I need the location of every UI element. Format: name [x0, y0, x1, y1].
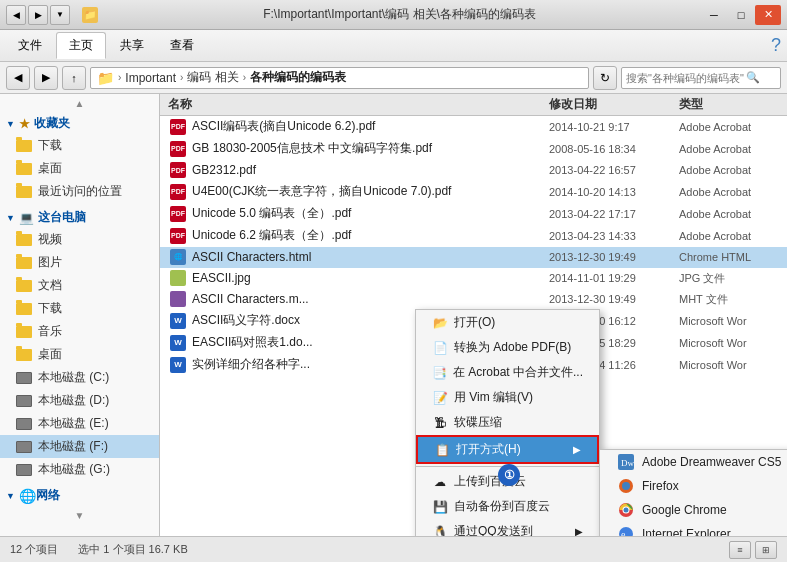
- table-row[interactable]: PDF Unicode 6.2 编码表（全）.pdf 2013-04-23 14…: [160, 225, 787, 247]
- tab-share[interactable]: 共享: [108, 33, 156, 58]
- tab-file[interactable]: 文件: [6, 33, 54, 58]
- ctx-compress[interactable]: 🗜 软碟压缩: [416, 410, 599, 435]
- chrome-icon: [616, 502, 636, 518]
- table-row[interactable]: EASCII.jpg 2014-11-01 19:29 JPG 文件: [160, 268, 787, 289]
- title-bar-left: ◀ ▶ ▼ 📁: [6, 5, 98, 25]
- pdf-icon-2: PDF: [168, 162, 188, 178]
- search-input[interactable]: [626, 72, 746, 84]
- tab-view[interactable]: 查看: [158, 33, 206, 58]
- sub-ctx-dw[interactable]: Dw Adobe Dreamweaver CS5: [600, 450, 787, 474]
- up-button[interactable]: ↑: [62, 66, 86, 90]
- sidebar-item-drive-c[interactable]: 本地磁盘 (C:): [0, 366, 159, 389]
- sidebar-downloads-label: 下载: [38, 137, 62, 154]
- ctx-to-pdf[interactable]: 📄 转换为 Adobe PDF(B): [416, 335, 599, 360]
- breadcrumb-sep-0: ›: [118, 72, 121, 83]
- table-row[interactable]: PDF GB 18030-2005信息技术 中文编码字符集.pdf 2008-0…: [160, 138, 787, 160]
- file-type-5: Adobe Acrobat: [679, 230, 779, 242]
- minimize-button[interactable]: ─: [701, 5, 727, 25]
- sidebar-item-video[interactable]: 视频: [0, 228, 159, 251]
- thispc-arrow: ▼: [6, 213, 15, 223]
- file-name-1: GB 18030-2005信息技术 中文编码字符集.pdf: [192, 140, 549, 157]
- window-title: F:\Important\Important\编码 相关\各种编码的编码表: [98, 6, 701, 23]
- view-details-btn[interactable]: ≡: [729, 541, 751, 559]
- sub-ctx-ie[interactable]: e Internet Explorer: [600, 522, 787, 536]
- upload-icon: ☁: [432, 474, 448, 490]
- table-row[interactable]: PDF Unicode 5.0 编码表（全）.pdf 2013-04-22 17…: [160, 203, 787, 225]
- col-date-header[interactable]: 修改日期: [549, 96, 679, 113]
- sidebar-item-desktop2[interactable]: 桌面: [0, 343, 159, 366]
- col-type-header[interactable]: 类型: [679, 96, 779, 113]
- forward-button[interactable]: ▶: [34, 66, 58, 90]
- sidebar-item-documents[interactable]: 文档: [0, 274, 159, 297]
- drive-e-icon: [16, 417, 34, 431]
- search-box[interactable]: 🔍: [621, 67, 781, 89]
- favorites-label: 收藏夹: [34, 115, 70, 132]
- file-date-8: 2013-12-30 19:49: [549, 293, 679, 305]
- view-tiles-btn[interactable]: ⊞: [755, 541, 777, 559]
- file-type-0: Adobe Acrobat: [679, 121, 779, 133]
- breadcrumb-coding[interactable]: 编码 相关: [187, 69, 238, 86]
- file-type-10: Microsoft Wor: [679, 337, 779, 349]
- breadcrumb-current[interactable]: 各种编码的编码表: [250, 69, 346, 86]
- sidebar-item-drive-e[interactable]: 本地磁盘 (E:): [0, 412, 159, 435]
- network-header[interactable]: ▼ 🌐 网络: [0, 485, 159, 506]
- sub-ctx-chrome[interactable]: Google Chrome: [600, 498, 787, 522]
- video-icon: [16, 233, 34, 247]
- breadcrumb-important[interactable]: Important: [125, 71, 176, 85]
- sub-ctx-firefox[interactable]: Firefox: [600, 474, 787, 498]
- status-bar: 12 个项目 选中 1 个项目 16.7 KB ≡ ⊞: [0, 536, 787, 562]
- back-button[interactable]: ◀: [6, 66, 30, 90]
- file-name-7: EASCII.jpg: [192, 271, 549, 285]
- file-date-6: 2013-12-30 19:49: [549, 251, 679, 263]
- ctx-open[interactable]: 📂 打开(O): [416, 310, 599, 335]
- table-row[interactable]: PDF U4E00(CJK统一表意字符，摘自Unicode 7.0).pdf 2…: [160, 181, 787, 203]
- sidebar-item-desktop[interactable]: 桌面: [0, 157, 159, 180]
- network-icon: 🌐: [19, 488, 36, 504]
- favorites-arrow: ▼: [6, 119, 15, 129]
- table-row[interactable]: PDF GB2312.pdf 2013-04-22 16:57 Adobe Ac…: [160, 160, 787, 181]
- word-icon-11: W: [168, 357, 188, 373]
- col-name-header[interactable]: 名称: [168, 96, 549, 113]
- ctx-qq-send[interactable]: 🐧 通过QQ发送到 ▶: [416, 519, 599, 536]
- tb-back[interactable]: ◀: [6, 5, 26, 25]
- sidebar-item-drive-g[interactable]: 本地磁盘 (G:): [0, 458, 159, 481]
- table-row[interactable]: ASCII Characters.m... 2013-12-30 19:49 M…: [160, 289, 787, 310]
- refresh-button[interactable]: ↻: [593, 66, 617, 90]
- ctx-backup-baidu[interactable]: 💾 自动备份到百度云: [416, 494, 599, 519]
- tb-dropdown[interactable]: ▼: [50, 5, 70, 25]
- ctx-open-with[interactable]: 📋 打开方式(H) ▶: [416, 435, 599, 464]
- qq-icon: 🐧: [432, 524, 448, 537]
- pdf-icon-5: PDF: [168, 228, 188, 244]
- ctx-vim[interactable]: 📝 用 Vim 编辑(V): [416, 385, 599, 410]
- sidebar-item-dl[interactable]: 下载: [0, 297, 159, 320]
- thispc-header[interactable]: ▼ 💻 这台电脑: [0, 207, 159, 228]
- sidebar-item-downloads[interactable]: 下载: [0, 134, 159, 157]
- sidebar-desktop-label: 桌面: [38, 160, 62, 177]
- sidebar-recent-label: 最近访问的位置: [38, 183, 122, 200]
- file-name-6: ASCII Characters.html: [192, 250, 549, 264]
- help-button[interactable]: ?: [771, 35, 781, 56]
- sidebar-documents-label: 文档: [38, 277, 62, 294]
- ctx-acrobat-merge[interactable]: 📑 在 Acrobat 中合并文件...: [416, 360, 599, 385]
- favorites-header[interactable]: ▼ ★ 收藏夹: [0, 113, 159, 134]
- table-row[interactable]: PDF ASCII编码表(摘自Unicode 6.2).pdf 2014-10-…: [160, 116, 787, 138]
- table-row-selected[interactable]: 🌐 ASCII Characters.html 2013-12-30 19:49…: [160, 247, 787, 268]
- openwith-icon: 📋: [434, 442, 450, 458]
- sidebar-drive-f-label: 本地磁盘 (F:): [38, 438, 108, 455]
- sidebar-item-recent[interactable]: 最近访问的位置: [0, 180, 159, 203]
- close-button[interactable]: ✕: [755, 5, 781, 25]
- tb-forward[interactable]: ▶: [28, 5, 48, 25]
- maximize-button[interactable]: □: [728, 5, 754, 25]
- sidebar-item-pictures[interactable]: 图片: [0, 251, 159, 274]
- tab-home[interactable]: 主页: [56, 32, 106, 59]
- backup-icon: 💾: [432, 499, 448, 515]
- file-type-9: Microsoft Wor: [679, 315, 779, 327]
- word-icon-10: W: [168, 335, 188, 351]
- sidebar-item-music[interactable]: 音乐: [0, 320, 159, 343]
- sidebar: ▲ ▼ ★ 收藏夹 下载 桌面 最近访问的位置 ▼: [0, 94, 160, 536]
- sidebar-item-drive-f[interactable]: 本地磁盘 (F:): [0, 435, 159, 458]
- scroll-down[interactable]: ▼: [0, 510, 159, 521]
- sidebar-item-drive-d[interactable]: 本地磁盘 (D:): [0, 389, 159, 412]
- file-name-8: ASCII Characters.m...: [192, 292, 549, 306]
- scroll-up[interactable]: ▲: [0, 98, 159, 109]
